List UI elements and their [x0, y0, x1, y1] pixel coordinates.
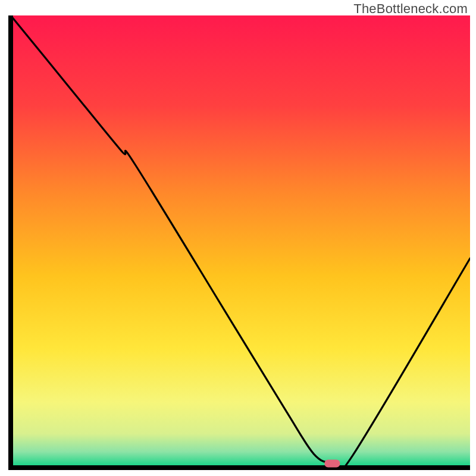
plot-background	[11, 15, 470, 465]
optimal-point-marker	[324, 460, 340, 468]
chart-svg	[6, 15, 470, 470]
chart-frame	[6, 15, 470, 470]
watermark-text: TheBottleneck.com	[353, 1, 468, 17]
